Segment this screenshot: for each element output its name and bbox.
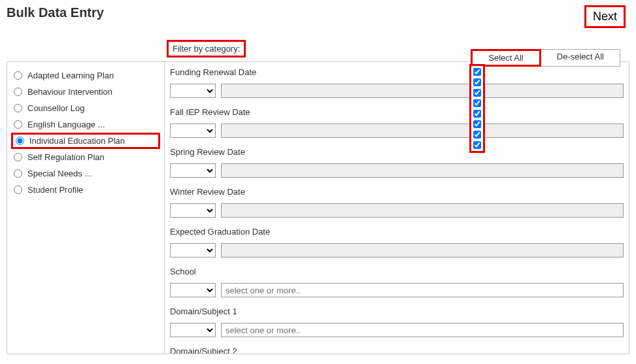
row-checkbox[interactable] (473, 89, 481, 97)
category-radio[interactable] (14, 88, 22, 96)
category-radio[interactable] (14, 71, 22, 80)
category-label: Self Regulation Plan (27, 152, 105, 162)
field-text-input[interactable] (221, 124, 624, 138)
category-item[interactable]: English Language ... (11, 116, 160, 133)
next-button[interactable]: Next (584, 5, 626, 28)
row-checkbox[interactable] (473, 110, 481, 118)
field-label: Funding Renewal Date (170, 67, 624, 77)
category-label: Special Needs ... (27, 169, 92, 178)
field-operator-select[interactable] (170, 84, 216, 98)
selection-checkboxes (469, 64, 485, 153)
category-label: Student Profile (27, 185, 83, 195)
field-label: Domain/Subject 2 (170, 346, 624, 354)
filter-by-category-label: Filter by category: (167, 40, 246, 58)
field-row (170, 283, 624, 297)
category-item[interactable]: Adapted Learning Plan (11, 67, 160, 84)
row-checkbox[interactable] (473, 131, 481, 139)
field-label: Fall IEP Review Date (170, 107, 624, 117)
field-operator-select[interactable] (170, 323, 216, 337)
row-checkbox[interactable] (473, 99, 481, 107)
category-item[interactable]: Behaviour Intervention (11, 84, 160, 100)
category-label: Behaviour Intervention (27, 87, 112, 97)
category-list: Adapted Learning PlanBehaviour Intervent… (7, 61, 165, 354)
field-text-input[interactable] (221, 203, 624, 218)
category-item[interactable]: Individual Education Plan (11, 133, 160, 149)
fields-panel: Funding Renewal DateFall IEP Review Date… (165, 61, 629, 354)
category-item[interactable]: Self Regulation Plan (11, 149, 160, 165)
field-row (170, 243, 624, 257)
field-label: School (170, 267, 624, 276)
category-radio[interactable] (16, 137, 24, 145)
field-operator-select[interactable] (170, 243, 216, 257)
category-radio[interactable] (14, 104, 22, 112)
field-row (170, 84, 624, 98)
field-row (170, 124, 624, 138)
row-checkbox[interactable] (473, 120, 481, 128)
row-checkbox[interactable] (473, 68, 481, 76)
field-text-input[interactable] (221, 163, 624, 178)
field-label: Domain/Subject 1 (170, 306, 624, 316)
field-label: Expected Graduation Date (170, 227, 624, 237)
field-row (170, 203, 624, 218)
deselect-all-button[interactable]: De-select All (541, 49, 620, 67)
field-row (170, 323, 624, 337)
row-checkbox[interactable] (473, 78, 481, 86)
row-checkbox[interactable] (473, 141, 481, 149)
category-item[interactable]: Counsellor Log (11, 100, 160, 116)
field-text-input[interactable] (221, 84, 624, 98)
page-title: Bulk Data Entry (7, 5, 629, 20)
category-label: Individual Education Plan (29, 136, 125, 146)
category-radio[interactable] (14, 153, 22, 161)
field-multiselect-input[interactable] (221, 283, 624, 297)
category-label: Counsellor Log (27, 103, 84, 113)
category-radio[interactable] (14, 169, 22, 178)
field-label: Winter Review Date (170, 187, 624, 197)
field-operator-select[interactable] (170, 163, 216, 178)
select-button-group: Select All De-select All (471, 49, 620, 67)
field-operator-select[interactable] (170, 283, 216, 297)
category-item[interactable]: Student Profile (11, 182, 160, 198)
category-label: Adapted Learning Plan (27, 71, 114, 80)
category-radio[interactable] (14, 186, 22, 194)
field-multiselect-input[interactable] (221, 323, 624, 337)
category-item[interactable]: Special Needs ... (11, 165, 160, 182)
field-operator-select[interactable] (170, 203, 216, 218)
field-label: Spring Review Date (170, 147, 624, 157)
category-radio[interactable] (14, 120, 22, 129)
category-label: English Language ... (27, 120, 105, 129)
field-row (170, 163, 624, 178)
field-operator-select[interactable] (170, 124, 216, 138)
field-text-input[interactable] (221, 243, 624, 257)
